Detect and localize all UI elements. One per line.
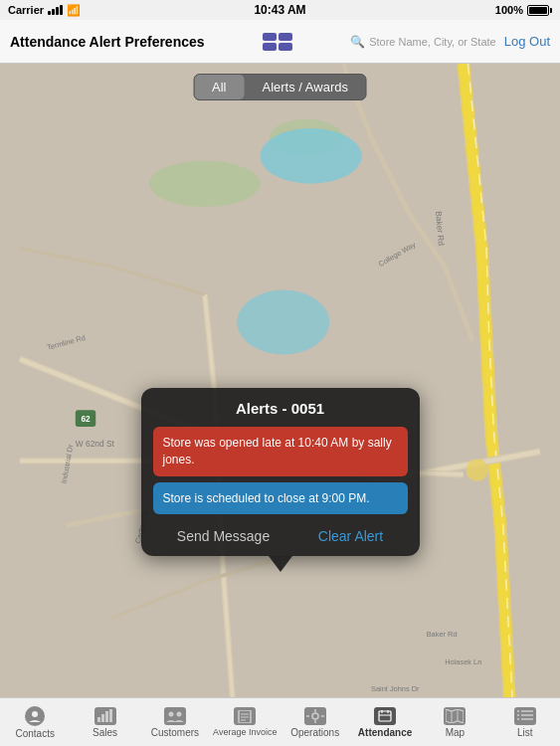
svg-point-45 [517,718,519,720]
tab-list[interactable]: List [490,703,560,742]
blue-alert-item: Store is scheduled to close at 9:00 PM. [153,482,408,515]
tab-contacts-label: Contacts [15,728,54,739]
operations-icon [304,707,326,725]
svg-point-23 [176,711,181,716]
svg-text:W 62nd St: W 62nd St [76,439,115,449]
nav-right: 🔍 Store Name, City, or State Log Out [350,34,550,49]
segment-all[interactable]: All [194,75,244,99]
tab-sales[interactable]: Sales [70,703,139,742]
svg-marker-37 [446,709,464,723]
segment-control[interactable]: All Alerts / Awards [193,74,367,100]
tab-operations-label: Operations [290,727,339,738]
app-logo [263,33,292,51]
search-placeholder: Store Name, City, or State [369,36,496,48]
sales-icon [94,707,116,725]
red-alert-item: Store was opened late at 10:40 AM by sal… [153,427,408,476]
contacts-icon [25,706,45,726]
list-icon [514,707,536,725]
attendance-icon [374,707,396,725]
nav-bar: Attendance Alert Preferences 🔍 Store Nam… [0,20,560,64]
tab-operations[interactable]: Operations [280,703,350,742]
tab-customers[interactable]: Customers [140,703,210,742]
clear-alert-button[interactable]: Clear Alert [318,528,383,544]
tab-attendance[interactable]: Attendance [350,703,420,742]
tab-map[interactable]: Map [420,703,489,742]
search-area[interactable]: 🔍 Store Name, City, or State [350,35,496,49]
svg-point-3 [261,128,362,184]
customers-icon [164,707,186,725]
tab-sales-label: Sales [93,727,117,738]
svg-point-1 [149,161,260,207]
tab-customers-label: Customers [151,727,199,738]
svg-rect-20 [105,711,108,722]
svg-point-5 [467,459,488,480]
map-area: Baker Rd College Way W 62nd St Termline … [0,64,560,697]
battery-icon [527,5,552,16]
svg-point-4 [237,290,329,355]
time-label: 10:43 AM [254,3,305,17]
tab-invoice-label: Average Invoice [213,727,277,737]
svg-rect-21 [109,709,112,722]
search-icon: 🔍 [350,35,365,49]
svg-text:Baker Rd: Baker Rd [427,630,458,639]
logout-button[interactable]: Log Out [504,34,550,49]
status-bar: Carrier 📶 10:43 AM 100% [0,0,560,20]
svg-rect-19 [101,714,104,722]
carrier-label: Carrier [8,4,44,16]
svg-rect-33 [379,711,391,721]
tab-map-label: Map [446,727,465,738]
battery-percent: 100% [495,4,523,16]
tab-list-label: List [517,727,533,738]
svg-point-44 [517,714,519,716]
tab-contacts[interactable]: Contacts [0,702,70,743]
popup-actions: Send Message Clear Alert [153,524,408,544]
tab-attendance-label: Attendance [358,727,412,738]
tab-bar: Contacts Sales Customers Average Invoice… [0,697,560,746]
svg-text:Holasek Ln: Holasek Ln [445,657,481,666]
popup-title: Alerts - 0051 [153,400,408,417]
svg-point-17 [32,711,38,717]
send-message-button[interactable]: Send Message [177,528,270,544]
invoice-icon [234,707,256,725]
svg-text:62: 62 [81,414,91,424]
map-svg: Baker Rd College Way W 62nd St Termline … [0,64,560,697]
alert-popup: Alerts - 0051 Store was opened late at 1… [141,388,420,556]
svg-rect-18 [97,717,100,722]
svg-point-43 [517,710,519,712]
map-icon [444,707,466,725]
svg-point-22 [168,711,173,716]
svg-point-28 [312,713,318,719]
tab-invoice[interactable]: Average Invoice [210,703,280,741]
wifi-icon: 📶 [67,4,81,17]
signal-icon [48,5,63,15]
svg-text:Saint Johns Dr: Saint Johns Dr [371,684,420,693]
page-title: Attendance Alert Preferences [10,34,205,50]
segment-alerts[interactable]: Alerts / Awards [244,75,365,99]
